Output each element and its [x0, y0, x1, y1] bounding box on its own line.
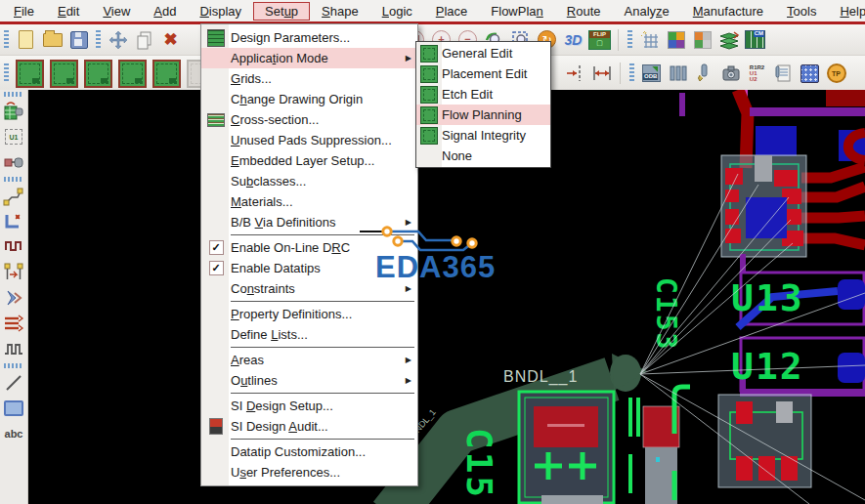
open-button[interactable]	[40, 27, 65, 52]
delay-tune-button[interactable]	[2, 235, 25, 259]
menu-item-cross-section[interactable]: Cross-section...	[201, 109, 417, 130]
menu-flowplan[interactable]: FlowPlan	[479, 2, 554, 21]
add-text-button[interactable]: abc	[2, 422, 25, 445]
color192-button[interactable]	[664, 27, 688, 52]
place-component-button[interactable]: U1	[2, 125, 25, 148]
component-bottom-right[interactable]	[718, 395, 811, 487]
submenu-item-none[interactable]: None	[416, 146, 550, 166]
menu-shape[interactable]: Shape	[310, 2, 370, 21]
move-button[interactable]	[106, 27, 130, 52]
menu-setup[interactable]: Setup	[253, 2, 310, 21]
cross-section-button[interactable]	[666, 62, 690, 86]
component-small[interactable]	[628, 387, 690, 504]
menu-item-outlines[interactable]: Outlines ▶	[201, 370, 417, 391]
copy-button[interactable]	[132, 27, 156, 52]
pin-swap-button[interactable]	[2, 261, 25, 284]
add-rect-button[interactable]	[2, 397, 25, 420]
u13-group[interactable]: U13	[731, 254, 865, 327]
flip-design-button[interactable]: FLIP▢	[587, 27, 612, 52]
save-button[interactable]	[66, 27, 91, 52]
menu-help[interactable]: Help	[828, 2, 865, 21]
mode-placement-edit-button[interactable]	[50, 60, 78, 88]
submenu-item-signal-integrity[interactable]: Signal Integrity	[416, 125, 550, 146]
color-map-button[interactable]: CM	[743, 27, 767, 52]
menu-item-si-design-setup[interactable]: SI Design Setup...	[201, 396, 417, 416]
bundle-label[interactable]: BNDL__1	[503, 368, 578, 386]
toolbar-drag-handle[interactable]	[4, 63, 9, 83]
add-connect-button[interactable]	[2, 185, 25, 208]
menu-item-datatip-customization[interactable]: Datatip Customization...	[201, 441, 417, 462]
menu-logic[interactable]: Logic	[370, 2, 424, 21]
elongation-button[interactable]	[2, 337, 25, 360]
menu-add[interactable]: Add	[142, 2, 188, 21]
component-c15[interactable]	[519, 392, 614, 504]
submenu-item-general-edit[interactable]: General Edit	[416, 43, 550, 63]
menu-display[interactable]: Display	[188, 2, 253, 21]
menu-item-grids[interactable]: Grids...	[201, 68, 417, 89]
snapshot-button[interactable]	[718, 62, 743, 86]
mode-signal-integrity-button[interactable]	[152, 60, 181, 88]
route-path-button[interactable]	[2, 210, 25, 233]
toolbar-drag-handle[interactable]	[4, 177, 23, 182]
toggle-grid-button[interactable]	[637, 27, 662, 52]
datum-dimension-button[interactable]	[563, 62, 587, 86]
menu-analyze[interactable]: Analyze	[613, 2, 681, 21]
via-tool-button[interactable]	[692, 62, 716, 86]
toolbar-drag-handle[interactable]	[627, 30, 632, 50]
menu-manufacture[interactable]: Manufacture	[681, 2, 775, 21]
menu-file[interactable]: File	[2, 2, 46, 21]
menu-item-unused-pads-suppression[interactable]: Unused Pads Suppression...	[201, 130, 417, 150]
submenu-item-etch-edit[interactable]: Etch Edit	[416, 84, 550, 105]
checkbox-checked-icon[interactable]: ✓	[209, 240, 224, 255]
menu-item-property-definitions[interactable]: Property Definitions...	[201, 304, 417, 324]
menu-tools[interactable]: Tools	[775, 2, 828, 21]
odb-export-button[interactable]: ODB	[639, 62, 664, 86]
u12-group[interactable]: U12	[731, 338, 865, 397]
menu-item-application-mode[interactable]: Application Mode ▶	[201, 48, 417, 68]
new-file-button[interactable]	[14, 27, 38, 52]
view-3d-button[interactable]: 3D	[561, 27, 585, 52]
refdes-u13[interactable]: U13	[731, 276, 804, 319]
menu-item-design-parameters[interactable]: Design Parameters...	[201, 27, 417, 48]
submenu-item-flow-planning[interactable]: Flow Planning	[416, 105, 550, 125]
menu-item-define-lists[interactable]: Define Lists...	[201, 324, 417, 345]
bus-route-button[interactable]	[2, 312, 25, 335]
color-priority-button[interactable]	[690, 27, 714, 52]
refdes-u12[interactable]: U12	[731, 345, 804, 388]
test-prep-button[interactable]: TP	[824, 62, 848, 86]
mode-etch-edit-button[interactable]	[84, 60, 112, 88]
menu-edit[interactable]: Edit	[46, 2, 91, 21]
toolbar-drag-handle[interactable]	[4, 92, 23, 97]
menu-item-materials[interactable]: Materials...	[201, 191, 417, 212]
import-logic-button[interactable]	[2, 100, 25, 123]
component-top[interactable]	[721, 155, 806, 257]
menu-item-user-preferences[interactable]: User Preferences...	[201, 462, 417, 483]
menu-item-areas[interactable]: Areas ▶	[201, 350, 417, 370]
connect-parts-button[interactable]	[2, 150, 25, 174]
menu-view[interactable]: View	[91, 2, 142, 21]
menu-item-change-drawing-origin[interactable]: Change Drawing Origin	[201, 89, 417, 109]
refdes-c15[interactable]: C15	[459, 428, 499, 500]
pad-array-button[interactable]	[798, 62, 822, 86]
menu-place[interactable]: Place	[424, 2, 480, 21]
toolbar-drag-handle[interactable]	[96, 30, 101, 50]
menu-item-bb-via-definitions[interactable]: B/B Via Definitions ▶	[201, 212, 417, 232]
menu-route[interactable]: Route	[555, 2, 613, 21]
journal-button[interactable]	[771, 62, 796, 86]
menu-item-enable-online-drc[interactable]: ✓ Enable On-Line DRC	[201, 237, 417, 258]
menu-item-embedded-layer-setup[interactable]: Embedded Layer Setup...	[201, 150, 417, 171]
menu-item-subclasses[interactable]: Subclasses...	[201, 171, 417, 191]
menu-item-enable-datatips[interactable]: ✓ Enable Datatips	[201, 258, 417, 278]
fanout-button[interactable]	[2, 286, 25, 310]
menu-item-si-design-audit[interactable]: SI Design Audit...	[201, 416, 417, 437]
mode-flow-planning-button[interactable]	[118, 60, 147, 88]
add-line-button[interactable]	[2, 371, 25, 395]
delete-button[interactable]: ✖	[158, 27, 183, 52]
layer-visibility-button[interactable]	[716, 27, 741, 52]
menu-item-constraints[interactable]: Constraints ▶	[201, 278, 417, 299]
toolbar-drag-handle[interactable]	[4, 30, 9, 50]
checkbox-checked-icon[interactable]: ✓	[209, 261, 224, 275]
mode-general-edit-button[interactable]	[16, 60, 44, 88]
submenu-item-placement-edit[interactable]: Placement Edit	[416, 63, 550, 84]
toolbar-drag-handle[interactable]	[4, 363, 23, 368]
